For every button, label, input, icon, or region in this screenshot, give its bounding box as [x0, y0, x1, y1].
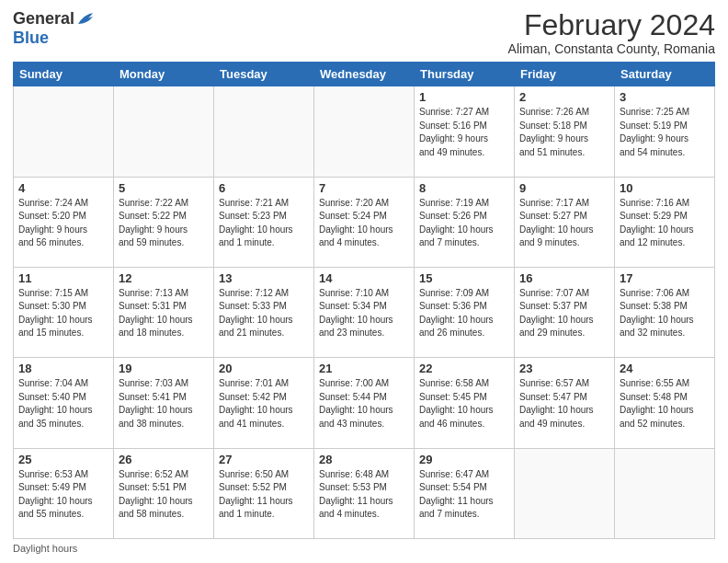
- calendar-week-row: 18Sunrise: 7:04 AMSunset: 5:40 PMDayligh…: [14, 358, 715, 448]
- day-number: 20: [219, 362, 309, 375]
- day-info: Sunrise: 6:57 AMSunset: 5:47 PMDaylight:…: [519, 377, 609, 431]
- day-number: 11: [18, 271, 108, 285]
- day-number: 4: [18, 181, 108, 195]
- day-number: 15: [419, 271, 509, 285]
- table-row: 15Sunrise: 7:09 AMSunset: 5:36 PMDayligh…: [415, 267, 515, 357]
- table-row: 12Sunrise: 7:13 AMSunset: 5:31 PMDayligh…: [114, 267, 214, 357]
- day-info: Sunrise: 7:27 AMSunset: 5:16 PMDaylight:…: [419, 106, 509, 159]
- table-row: 4Sunrise: 7:24 AMSunset: 5:20 PMDaylight…: [14, 177, 114, 267]
- day-number: 24: [620, 362, 710, 375]
- table-row: 27Sunrise: 6:50 AMSunset: 5:52 PMDayligh…: [214, 448, 314, 538]
- table-row: 7Sunrise: 7:20 AMSunset: 5:24 PMDaylight…: [314, 177, 415, 267]
- day-number: 6: [219, 181, 309, 195]
- day-number: 12: [119, 271, 209, 285]
- footer-note: Daylight hours: [13, 543, 715, 554]
- logo-general-text: General: [13, 9, 74, 29]
- day-info: Sunrise: 6:53 AMSunset: 5:49 PMDaylight:…: [18, 468, 108, 522]
- day-info: Sunrise: 7:10 AMSunset: 5:34 PMDaylight:…: [319, 287, 409, 340]
- day-number: 28: [319, 453, 409, 466]
- table-row: 8Sunrise: 7:19 AMSunset: 5:26 PMDaylight…: [415, 177, 515, 267]
- day-number: 1: [419, 90, 509, 104]
- day-info: Sunrise: 7:25 AMSunset: 5:19 PMDaylight:…: [620, 106, 710, 159]
- calendar-week-row: 25Sunrise: 6:53 AMSunset: 5:49 PMDayligh…: [14, 448, 715, 538]
- table-row: 6Sunrise: 7:21 AMSunset: 5:23 PMDaylight…: [214, 177, 314, 267]
- day-number: 14: [319, 271, 409, 285]
- day-number: 13: [219, 271, 309, 285]
- header: General Blue February 2024 Aliman, Const…: [13, 9, 715, 56]
- table-row: [615, 448, 715, 538]
- table-row: 24Sunrise: 6:55 AMSunset: 5:48 PMDayligh…: [615, 358, 715, 448]
- table-row: 16Sunrise: 7:07 AMSunset: 5:37 PMDayligh…: [515, 267, 615, 357]
- day-info: Sunrise: 7:24 AMSunset: 5:20 PMDaylight:…: [18, 197, 108, 250]
- day-info: Sunrise: 7:07 AMSunset: 5:37 PMDaylight:…: [519, 287, 609, 340]
- day-number: 26: [119, 453, 209, 466]
- day-info: Sunrise: 6:47 AMSunset: 5:54 PMDaylight:…: [419, 468, 509, 522]
- calendar-week-row: 1Sunrise: 7:27 AMSunset: 5:16 PMDaylight…: [14, 86, 715, 177]
- calendar-week-row: 4Sunrise: 7:24 AMSunset: 5:20 PMDaylight…: [14, 177, 715, 267]
- table-row: 13Sunrise: 7:12 AMSunset: 5:33 PMDayligh…: [214, 267, 314, 357]
- day-number: 5: [119, 181, 209, 195]
- day-number: 23: [519, 362, 609, 375]
- day-number: 27: [219, 453, 309, 466]
- day-info: Sunrise: 7:12 AMSunset: 5:33 PMDaylight:…: [219, 287, 309, 340]
- day-number: 19: [119, 362, 209, 375]
- day-info: Sunrise: 7:03 AMSunset: 5:41 PMDaylight:…: [119, 377, 209, 431]
- day-number: 22: [419, 362, 509, 375]
- day-info: Sunrise: 7:16 AMSunset: 5:29 PMDaylight:…: [620, 197, 710, 250]
- day-info: Sunrise: 7:15 AMSunset: 5:30 PMDaylight:…: [18, 287, 108, 340]
- day-number: 16: [519, 271, 609, 285]
- day-info: Sunrise: 7:21 AMSunset: 5:23 PMDaylight:…: [219, 197, 309, 250]
- month-title: February 2024: [508, 9, 715, 41]
- day-info: Sunrise: 7:26 AMSunset: 5:18 PMDaylight:…: [519, 106, 609, 159]
- table-row: [214, 86, 314, 177]
- table-row: 20Sunrise: 7:01 AMSunset: 5:42 PMDayligh…: [214, 358, 314, 448]
- location-title: Aliman, Constanta County, Romania: [508, 41, 715, 56]
- table-row: 10Sunrise: 7:16 AMSunset: 5:29 PMDayligh…: [615, 177, 715, 267]
- title-block: February 2024 Aliman, Constanta County, …: [508, 9, 715, 56]
- day-info: Sunrise: 6:50 AMSunset: 5:52 PMDaylight:…: [219, 468, 309, 522]
- day-number: 7: [319, 181, 409, 195]
- table-row: 14Sunrise: 7:10 AMSunset: 5:34 PMDayligh…: [314, 267, 415, 357]
- table-row: [14, 86, 114, 177]
- table-row: 3Sunrise: 7:25 AMSunset: 5:19 PMDaylight…: [615, 86, 715, 177]
- table-row: 1Sunrise: 7:27 AMSunset: 5:16 PMDaylight…: [415, 86, 515, 177]
- table-row: 29Sunrise: 6:47 AMSunset: 5:54 PMDayligh…: [415, 448, 515, 538]
- day-number: 3: [620, 90, 710, 104]
- table-row: 18Sunrise: 7:04 AMSunset: 5:40 PMDayligh…: [14, 358, 114, 448]
- day-info: Sunrise: 7:06 AMSunset: 5:38 PMDaylight:…: [620, 287, 710, 340]
- day-info: Sunrise: 6:58 AMSunset: 5:45 PMDaylight:…: [419, 377, 509, 431]
- col-monday: Monday: [114, 63, 214, 86]
- col-wednesday: Wednesday: [314, 63, 415, 86]
- day-number: 29: [419, 453, 509, 466]
- table-row: 26Sunrise: 6:52 AMSunset: 5:51 PMDayligh…: [114, 448, 214, 538]
- calendar-header-row: Sunday Monday Tuesday Wednesday Thursday…: [14, 63, 715, 86]
- day-number: 8: [419, 181, 509, 195]
- day-info: Sunrise: 7:04 AMSunset: 5:40 PMDaylight:…: [18, 377, 108, 431]
- table-row: 25Sunrise: 6:53 AMSunset: 5:49 PMDayligh…: [14, 448, 114, 538]
- day-info: Sunrise: 7:19 AMSunset: 5:26 PMDaylight:…: [419, 197, 509, 250]
- day-number: 2: [519, 90, 609, 104]
- day-info: Sunrise: 6:52 AMSunset: 5:51 PMDaylight:…: [119, 468, 209, 522]
- table-row: [114, 86, 214, 177]
- table-row: 22Sunrise: 6:58 AMSunset: 5:45 PMDayligh…: [415, 358, 515, 448]
- table-row: 9Sunrise: 7:17 AMSunset: 5:27 PMDaylight…: [515, 177, 615, 267]
- calendar-week-row: 11Sunrise: 7:15 AMSunset: 5:30 PMDayligh…: [14, 267, 715, 357]
- day-info: Sunrise: 7:17 AMSunset: 5:27 PMDaylight:…: [519, 197, 609, 250]
- col-saturday: Saturday: [615, 63, 715, 86]
- table-row: 23Sunrise: 6:57 AMSunset: 5:47 PMDayligh…: [515, 358, 615, 448]
- day-number: 21: [319, 362, 409, 375]
- table-row: 2Sunrise: 7:26 AMSunset: 5:18 PMDaylight…: [515, 86, 615, 177]
- calendar-table: Sunday Monday Tuesday Wednesday Thursday…: [13, 62, 715, 539]
- day-number: 9: [519, 181, 609, 195]
- logo-blue-text: Blue: [13, 29, 49, 48]
- table-row: 19Sunrise: 7:03 AMSunset: 5:41 PMDayligh…: [114, 358, 214, 448]
- daylight-label: Daylight hours: [13, 543, 77, 554]
- day-info: Sunrise: 7:20 AMSunset: 5:24 PMDaylight:…: [319, 197, 409, 250]
- logo: General Blue: [13, 9, 95, 48]
- col-friday: Friday: [515, 63, 615, 86]
- logo-bird-icon: [76, 11, 95, 28]
- table-row: 11Sunrise: 7:15 AMSunset: 5:30 PMDayligh…: [14, 267, 114, 357]
- day-info: Sunrise: 6:48 AMSunset: 5:53 PMDaylight:…: [319, 468, 409, 522]
- day-info: Sunrise: 7:01 AMSunset: 5:42 PMDaylight:…: [219, 377, 309, 431]
- table-row: [515, 448, 615, 538]
